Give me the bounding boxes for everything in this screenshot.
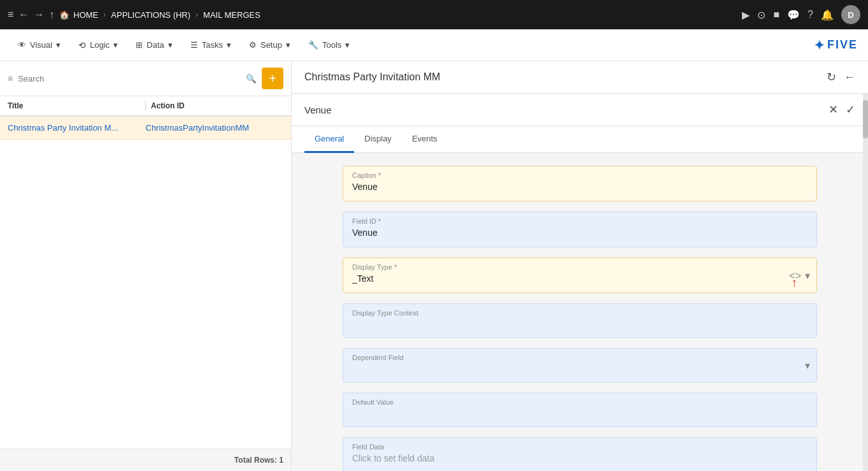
- nav-tasks[interactable]: ☰ Tasks ▾: [183, 36, 239, 54]
- home-breadcrumb-item[interactable]: 🏠 HOME: [59, 10, 98, 20]
- notification-button[interactable]: 🔔: [821, 9, 834, 21]
- data-icon: ⊞: [136, 40, 143, 50]
- confirm-button[interactable]: ✓: [846, 103, 855, 117]
- default-value-field[interactable]: Default Value: [343, 393, 817, 427]
- column-separator: [145, 101, 146, 110]
- nav-tools[interactable]: 🔧 Tools ▾: [301, 36, 357, 54]
- dependent-field-actions: ▾: [805, 359, 810, 372]
- field-data-label: Field Data: [352, 443, 808, 451]
- content-header: Christmas Party Invitation MM ↻ ←: [292, 61, 868, 94]
- add-button[interactable]: +: [262, 68, 283, 89]
- stop-button[interactable]: ■: [773, 9, 779, 20]
- content-area: Christmas Party Invitation MM ↻ ← Venue …: [292, 61, 868, 471]
- data-label: Data: [146, 40, 164, 50]
- forward-button[interactable]: →: [34, 9, 44, 20]
- tools-dropdown-icon: ▾: [345, 40, 350, 50]
- panel-title-actions: ✕ ✓: [829, 103, 855, 117]
- sidebar-search-bar: ≡ 🔍 +: [0, 61, 291, 96]
- red-arrow-indicator: ↑: [791, 275, 797, 290]
- dependent-field-label: Dependent Field: [352, 354, 808, 361]
- dependent-field-chevron-icon[interactable]: ▾: [805, 359, 810, 372]
- secondary-navigation: 👁 Visual ▾ ⟲ Logic ▾ ⊞ Data ▾ ☰ Tasks ▾ …: [0, 29, 868, 61]
- dependent-field-field[interactable]: Dependent Field ▾: [343, 348, 817, 382]
- row-title: Christmas Party Invitation M...: [8, 123, 146, 133]
- total-rows-count: 1: [279, 456, 283, 465]
- setup-label: Setup: [260, 40, 282, 50]
- field-data-field[interactable]: Field Data Click to set field data: [343, 437, 817, 471]
- help-button[interactable]: ?: [808, 9, 813, 20]
- sidebar-table-header: Title Action ID: [0, 96, 291, 117]
- nav-data[interactable]: ⊞ Data ▾: [128, 36, 180, 54]
- top-navigation: ≡ ← → ↑ 🏠 HOME › APPLICATIONS (HR) › MAI…: [0, 0, 868, 29]
- main-layout: ≡ 🔍 + Title Action ID Christmas Party In…: [0, 61, 868, 471]
- tools-icon: 🔧: [308, 40, 318, 50]
- form-container: Caption * Venue Field ID * Venue Display…: [292, 153, 868, 471]
- close-button[interactable]: ✕: [829, 103, 838, 117]
- visual-icon: 👁: [18, 40, 26, 50]
- preview-button[interactable]: ⊙: [757, 9, 765, 21]
- default-value-label: Default Value: [352, 398, 808, 406]
- top-nav-right: ▶ ⊙ ■ 💬 ? 🔔 D: [742, 5, 860, 24]
- mail-merges-label: MAIL MERGES: [203, 10, 260, 20]
- display-type-context-field[interactable]: Display Type Context: [343, 303, 817, 338]
- display-type-value: _Text: [352, 273, 808, 286]
- form-panel: Venue ✕ ✓ General Display Events Caption…: [292, 94, 868, 471]
- refresh-button[interactable]: ↻: [827, 70, 836, 84]
- panel-title: Venue: [304, 105, 332, 115]
- content-header-actions: ↻ ←: [827, 70, 855, 84]
- home-icon: 🏠: [59, 10, 69, 20]
- breadcrumb-arrow-1: ›: [103, 10, 106, 19]
- search-input[interactable]: [18, 74, 241, 83]
- tasks-dropdown-icon: ▾: [227, 40, 231, 50]
- tasks-icon: ☰: [190, 40, 198, 50]
- caption-label: Caption *: [352, 171, 808, 179]
- setup-dropdown-icon: ▾: [286, 40, 290, 50]
- caption-value: Venue: [352, 182, 808, 194]
- menu-icon[interactable]: ≡: [8, 9, 13, 20]
- tab-display[interactable]: Display: [354, 126, 402, 153]
- user-avatar[interactable]: D: [841, 5, 860, 24]
- default-value-value: [352, 409, 808, 420]
- title-column-header: Title: [8, 101, 140, 110]
- setup-icon: ⚙: [249, 40, 257, 50]
- chevron-down-icon[interactable]: ▾: [805, 270, 810, 282]
- logic-dropdown-icon: ▾: [113, 40, 118, 50]
- back-to-list-button[interactable]: ←: [844, 70, 855, 84]
- mail-merges-breadcrumb-item[interactable]: MAIL MERGES: [203, 10, 260, 20]
- top-nav-left: ≡ ← → ↑ 🏠 HOME › APPLICATIONS (HR) › MAI…: [8, 9, 737, 20]
- display-type-context-value: [352, 319, 808, 331]
- sidebar: ≡ 🔍 + Title Action ID Christmas Party In…: [0, 61, 292, 471]
- scrollbar-thumb[interactable]: [863, 100, 868, 138]
- tab-events[interactable]: Events: [402, 126, 448, 153]
- content-title: Christmas Party Invitation MM: [304, 71, 440, 83]
- action-id-column-header: Action ID: [151, 101, 283, 110]
- field-data-value: Click to set field data: [352, 453, 808, 466]
- applications-label: APPLICATIONS (HR): [111, 10, 190, 20]
- applications-breadcrumb-item[interactable]: APPLICATIONS (HR): [111, 10, 190, 20]
- nav-setup[interactable]: ⚙ Setup ▾: [241, 36, 298, 54]
- table-row[interactable]: Christmas Party Invitation M... Christma…: [0, 117, 291, 140]
- field-id-label: Field ID *: [352, 217, 808, 225]
- nav-logic[interactable]: ⟲ Logic ▾: [71, 36, 125, 54]
- breadcrumb-arrow-2: ›: [196, 10, 198, 19]
- breadcrumb: 🏠 HOME › APPLICATIONS (HR) › MAIL MERGES: [59, 10, 260, 20]
- visual-label: Visual: [30, 40, 52, 50]
- display-type-field[interactable]: Display Type * _Text <> ▾ ↑: [343, 257, 817, 293]
- five-logo-text: FIVE: [827, 38, 858, 52]
- tab-general[interactable]: General: [304, 126, 354, 153]
- back-button[interactable]: ←: [18, 9, 29, 20]
- tabs: General Display Events: [292, 126, 868, 153]
- display-type-context-label: Display Type Context: [352, 309, 808, 317]
- vertical-scrollbar[interactable]: [863, 94, 868, 471]
- field-id-field[interactable]: Field ID * Venue: [343, 212, 817, 247]
- nav-visual[interactable]: 👁 Visual ▾: [10, 36, 68, 54]
- caption-field[interactable]: Caption * Venue: [343, 166, 817, 201]
- visual-dropdown-icon: ▾: [56, 40, 60, 50]
- up-button[interactable]: ↑: [49, 9, 54, 20]
- play-button[interactable]: ▶: [742, 9, 750, 21]
- search-button[interactable]: 🔍: [246, 74, 257, 83]
- chat-button[interactable]: 💬: [787, 9, 800, 21]
- footer-label: Total Rows:: [234, 456, 277, 465]
- panel-title-bar: Venue ✕ ✓: [292, 94, 868, 126]
- logic-icon: ⟲: [78, 40, 86, 50]
